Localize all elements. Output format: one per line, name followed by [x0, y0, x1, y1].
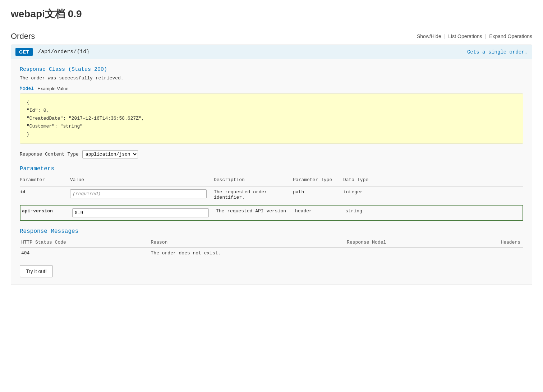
code-line-3: "CreatedDate": "2017-12-16T14:36:58.627Z… — [27, 115, 516, 123]
expand-operations-link[interactable]: Expand Operations — [489, 33, 532, 39]
param-row-api-version: api-version The requested API version he… — [20, 205, 523, 221]
msg-reason-404: The order does not exist. — [149, 248, 346, 259]
divider-1: | — [444, 33, 446, 39]
msg-header-model: Response Model — [345, 238, 460, 248]
param-input-id[interactable] — [70, 189, 207, 198]
param-desc-id: The requested order identifier. — [214, 189, 293, 200]
app-title: webapi文档 0.9 — [11, 7, 532, 21]
messages-table: HTTP Status Code Reason Response Model H… — [20, 238, 523, 259]
param-row-id: id The requested order identifier. path … — [20, 186, 523, 203]
response-content-type-select[interactable]: application/json text/xml — [82, 150, 138, 158]
divider-2: | — [485, 33, 487, 39]
param-type-id: path — [293, 189, 343, 195]
param-input-api-version[interactable] — [72, 208, 209, 217]
endpoint-path: /api/orders/{id} — [38, 49, 467, 55]
response-content-type-row: Response Content Type application/json t… — [20, 150, 523, 158]
message-row-404: 404 The order does not exist. — [20, 248, 523, 259]
response-messages-title: Response Messages — [20, 228, 523, 235]
param-name-api-version: api-version — [22, 208, 72, 214]
param-datatype-api-version: string — [345, 208, 381, 214]
param-value-id[interactable] — [70, 189, 214, 198]
response-class-section: Response Class (Status 200) The order wa… — [20, 66, 523, 81]
msg-model-404 — [345, 248, 460, 259]
params-container: Parameter Value Description Parameter Ty… — [20, 176, 523, 221]
api-panel: GET /api/orders/{id} Gets a single order… — [11, 45, 532, 285]
param-name-id: id — [20, 189, 70, 195]
list-operations-link[interactable]: List Operations — [448, 33, 482, 39]
code-line-2: "Id": 0, — [27, 107, 516, 115]
params-header-row: Parameter Value Description Parameter Ty… — [20, 176, 523, 186]
param-value-api-version[interactable] — [72, 208, 216, 217]
response-class-title: Response Class (Status 200) — [20, 66, 523, 73]
param-header-datatype: Data Type — [343, 176, 379, 184]
example-value-tab[interactable]: Example Value — [37, 86, 68, 91]
param-desc-api-version: The requested API version — [216, 208, 295, 214]
section-controls: Show/Hide | List Operations | Expand Ope… — [417, 33, 532, 39]
msg-headers-404 — [460, 248, 523, 259]
model-tab[interactable]: Model — [20, 86, 34, 91]
param-header-description: Description — [214, 176, 293, 184]
section-title: Orders — [11, 32, 35, 41]
msg-header-headers: Headers — [460, 238, 523, 248]
msg-status-404: 404 — [20, 248, 149, 259]
code-line-1: { — [27, 99, 516, 107]
parameters-section: Parameters Parameter Value Description P… — [20, 166, 523, 221]
model-tabs: Model Example Value — [20, 86, 523, 91]
response-class-desc: The order was successfully retrieved. — [20, 75, 523, 81]
param-datatype-id: integer — [343, 189, 379, 195]
endpoint-description: Gets a single order. — [467, 49, 528, 55]
param-header-type: Parameter Type — [293, 176, 343, 184]
response-content-type-label: Response Content Type — [20, 152, 79, 157]
msg-header-status: HTTP Status Code — [20, 238, 149, 248]
msg-header-reason: Reason — [149, 238, 346, 248]
api-endpoint-row[interactable]: GET /api/orders/{id} Gets a single order… — [11, 45, 532, 59]
api-body: Response Class (Status 200) The order wa… — [11, 59, 532, 285]
code-line-5: } — [27, 130, 516, 138]
parameters-title: Parameters — [20, 166, 523, 172]
method-badge: GET — [15, 48, 33, 56]
code-line-4: "Customer": "string" — [27, 123, 516, 130]
param-header-value: Value — [70, 176, 214, 184]
param-header-parameter: Parameter — [20, 176, 70, 184]
response-messages-section: Response Messages HTTP Status Code Reaso… — [20, 228, 523, 259]
try-it-button[interactable]: Try it out! — [20, 265, 53, 277]
show-hide-link[interactable]: Show/Hide — [417, 33, 441, 39]
code-example: { "Id": 0, "CreatedDate": "2017-12-16T14… — [20, 93, 523, 144]
param-type-api-version: header — [295, 208, 345, 214]
